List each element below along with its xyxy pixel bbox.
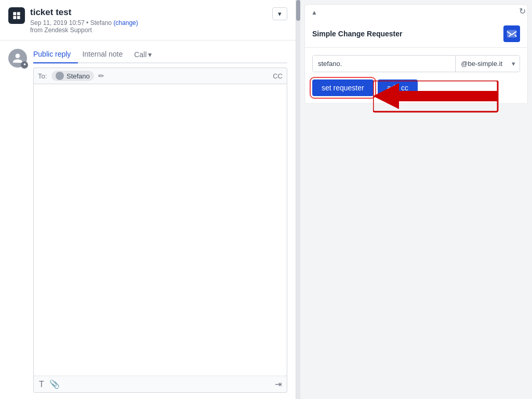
widget-card: ▲ Simple Change Requester @be-simple.it …	[304, 4, 528, 104]
tab-call[interactable]: Call ▾	[134, 47, 152, 63]
refresh-button[interactable]: ↻	[519, 6, 526, 16]
ticket-header: ticket test Sep 11, 2019 10:57 • Stefano…	[0, 0, 296, 41]
ticket-logo	[8, 7, 25, 24]
reply-textarea[interactable]	[33, 84, 287, 376]
user-avatar	[8, 49, 27, 68]
tab-public-reply[interactable]: Public reply	[33, 47, 78, 63]
scrollbar-thumb[interactable]	[296, 0, 300, 21]
widget-logo-icon	[503, 25, 520, 42]
email-row: @be-simple.it ▾	[312, 55, 520, 72]
svg-rect-0	[507, 30, 516, 38]
left-panel: ticket test Sep 11, 2019 10:57 • Stefano…	[0, 0, 296, 399]
avatar-column	[8, 47, 27, 393]
recipient-avatar-icon	[56, 72, 64, 80]
reply-area: Public reply Internal note Call ▾ To: St…	[0, 41, 296, 399]
ticket-meta: Sep 11, 2019 10:57 • Stefano (change) fr…	[30, 19, 138, 34]
email-dropdown-button[interactable]: ▾	[508, 56, 520, 72]
cc-button[interactable]: CC	[273, 72, 283, 80]
to-recipient-chip: Stefano	[51, 71, 94, 81]
right-panel: ↻ ▲ Simple Change Requester @be-simple.i…	[300, 0, 532, 399]
widget-header: Simple Change Requester	[305, 20, 527, 48]
ticket-date: Sep 11, 2019 10:57	[30, 19, 85, 26]
widget-actions: set requester add cc	[312, 79, 520, 96]
ticket-title: ticket test	[30, 7, 138, 18]
ticket-info: ticket test Sep 11, 2019 10:57 • Stefano…	[30, 7, 138, 34]
ticket-source: from Zendesk Support	[30, 26, 92, 34]
recipient-name: Stefano	[66, 72, 90, 80]
add-cc-button[interactable]: add cc	[378, 79, 418, 96]
to-row: To: Stefano ✏ CC	[33, 68, 287, 84]
ticket-author: Stefano	[90, 19, 112, 26]
email-prefix-input[interactable]	[313, 56, 455, 72]
widget-collapse-button[interactable]: ▲	[305, 5, 527, 20]
scrollbar[interactable]	[296, 0, 300, 399]
call-chevron-icon: ▾	[148, 50, 152, 59]
reply-toolbar: T 📎 ⇥	[33, 376, 287, 393]
widget-title: Simple Change Requester	[312, 30, 403, 38]
set-requester-button[interactable]: set requester	[312, 79, 374, 96]
ticket-dropdown-button[interactable]: ▾	[272, 7, 287, 20]
avatar-badge	[21, 61, 28, 69]
email-domain-label: @be-simple.it	[455, 56, 508, 72]
ticket-bullet: •	[86, 19, 90, 26]
reply-tabs: Public reply Internal note Call ▾	[33, 47, 287, 63]
macro-icon[interactable]: ⇥	[275, 379, 282, 389]
change-link[interactable]: (change)	[113, 19, 138, 26]
collapse-icon: ▲	[311, 9, 317, 16]
edit-recipient-icon[interactable]: ✏	[98, 72, 104, 80]
to-label: To:	[38, 72, 48, 80]
bold-text-icon[interactable]: T	[39, 380, 44, 389]
widget-body: @be-simple.it ▾ set requester add cc	[305, 48, 527, 103]
ticket-header-left: ticket test Sep 11, 2019 10:57 • Stefano…	[8, 7, 138, 34]
reply-box-column: Public reply Internal note Call ▾ To: St…	[33, 47, 287, 393]
tab-internal-note[interactable]: Internal note	[82, 47, 130, 63]
attach-icon[interactable]: 📎	[49, 379, 60, 389]
